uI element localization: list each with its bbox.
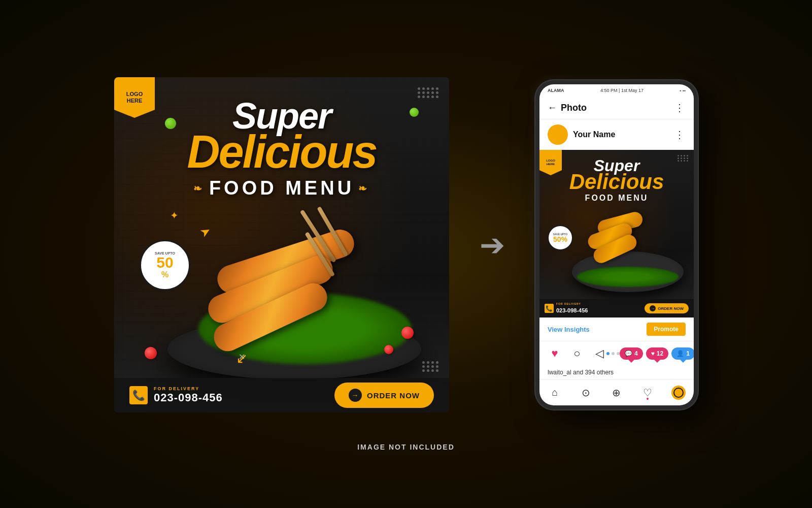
- title-delicious: Delicious: [124, 129, 439, 175]
- mini-lettuce: [577, 267, 679, 287]
- deco-star-1: ✦: [170, 209, 179, 221]
- nav-heart-icon[interactable]: ♡: [640, 386, 655, 400]
- mini-delivery: 📞 FOR DELIVERY 023-098-456: [545, 302, 588, 314]
- tomato-1: [145, 347, 157, 359]
- battery-icon: ▪▪: [683, 88, 686, 93]
- card-footer: 📞 FOR DELIVERY 023-098-456 → ORDER NOW: [114, 378, 449, 412]
- bookmark-button[interactable]: 🔖: [695, 347, 698, 360]
- photo-header: ← Photo ⋮: [539, 97, 694, 119]
- photo-title: Photo: [561, 103, 587, 113]
- comment-button[interactable]: ○: [570, 346, 584, 361]
- notification-bubbles: 💬 4 ♥ 12 👤 1: [620, 347, 695, 360]
- dot-2: [612, 352, 615, 355]
- kebab-group: [205, 247, 397, 349]
- mini-kebab-group: [582, 216, 673, 262]
- mini-order-label: ORDER NOW: [658, 306, 684, 311]
- tomato-3: [384, 345, 393, 354]
- signal-icons: ▪ ▪▪: [680, 88, 686, 93]
- nav-search-icon[interactable]: ⊙: [579, 386, 593, 400]
- user-avatar: [548, 124, 568, 145]
- nav-add-icon[interactable]: ⊕: [610, 386, 624, 400]
- order-btn-label: ORDER NOW: [367, 391, 420, 400]
- dots-decoration-top: [418, 87, 439, 98]
- mini-save-badge: SAVE UPTO 50%: [548, 225, 573, 250]
- users-count-bubble: 👤 1: [671, 347, 695, 360]
- save-percent: 50: [156, 255, 173, 270]
- insights-bar: View Insights Promote: [539, 318, 694, 341]
- save-badge: SAVE UPTO 50 %: [140, 240, 190, 291]
- mini-title-area: Super Delicious FOOD MENU: [539, 157, 694, 203]
- order-now-button[interactable]: → ORDER NOW: [334, 383, 434, 408]
- action-bar: ♥ ○ ◁ 💬 4 ♥ 12 👤 1: [539, 341, 694, 366]
- for-delivery-label: FOR DELIVERY: [154, 386, 223, 391]
- mini-order-arrow-icon: →: [650, 305, 656, 311]
- save-symbol: %: [161, 270, 168, 279]
- nav-home-icon[interactable]: ⌂: [548, 386, 562, 400]
- mini-title-delicious: Delicious: [539, 171, 694, 193]
- comment-count-bubble: 💬 4: [620, 347, 643, 360]
- delivery-text: FOR DELIVERY 023-098-456: [154, 386, 223, 404]
- mini-title-food-menu: FOOD MENU: [539, 194, 694, 203]
- nav-heart-badge: [647, 398, 649, 400]
- heart-icon-small: ♥: [651, 350, 655, 357]
- carrier-label: ALAMA: [548, 88, 564, 93]
- wifi-icon: ▪: [680, 88, 681, 93]
- user-name: Your Name: [573, 130, 674, 139]
- arrow-between: ➔: [480, 227, 505, 263]
- mini-for-delivery: FOR DELIVERY: [556, 302, 588, 305]
- time-label: 4:50 PM | 1st May 17: [600, 88, 644, 93]
- food-visual: [129, 217, 434, 379]
- food-card-left: LOGO HERE Super Delicious FOOD MENU SAVE…: [114, 77, 449, 412]
- like-button[interactable]: ♥: [548, 346, 562, 361]
- title-food-menu: FOOD MENU: [124, 177, 439, 199]
- likes-count: 12: [657, 350, 663, 357]
- bottom-label: IMAGE NOT INCLUDED: [357, 443, 455, 451]
- tomato-2: [401, 327, 414, 339]
- view-insights-link[interactable]: View Insights: [548, 326, 590, 333]
- user-icon-small: 👤: [676, 350, 684, 357]
- card-title-area: Super Delicious FOOD MENU: [114, 98, 449, 199]
- delivery-info: 📞 FOR DELIVERY 023-098-456: [129, 386, 223, 404]
- users-count: 1: [686, 350, 690, 357]
- dot-indicators: [606, 352, 620, 355]
- bottom-nav: ⌂ ⊙ ⊕ ♡: [539, 379, 694, 405]
- mini-delivery-text: FOR DELIVERY 023-098-456: [556, 302, 588, 314]
- user-menu-dots[interactable]: ⋮: [674, 129, 686, 141]
- share-button[interactable]: ◁: [592, 346, 606, 361]
- promote-button[interactable]: Promote: [647, 323, 686, 336]
- likes-bar: lwaito_al and 394 others: [539, 366, 694, 379]
- deco-cross-1: ✕: [239, 352, 245, 362]
- mini-order-btn[interactable]: → ORDER NOW: [645, 303, 689, 313]
- main-content: LOGO HERE Super Delicious FOOD MENU SAVE…: [0, 57, 812, 433]
- mini-food-visual: [572, 251, 684, 292]
- comment-count: 4: [634, 350, 638, 357]
- nav-profile-icon[interactable]: [671, 386, 686, 400]
- mini-save-percent: 50%: [553, 236, 567, 243]
- logo-line1: LOGO: [126, 91, 143, 98]
- dots-decoration-bottom: [422, 361, 439, 372]
- likes-names: lwaito_al and 394 others: [548, 369, 614, 376]
- likes-text: lwaito_al and 394 others: [548, 369, 686, 376]
- user-row: Your Name ⋮: [539, 119, 694, 150]
- comment-icon-small: 💬: [625, 350, 632, 357]
- mini-card-footer: 📞 FOR DELIVERY 023-098-456 → ORDER NOW: [539, 299, 694, 318]
- mini-phone-icon: 📞: [545, 304, 554, 313]
- dot-1: [606, 352, 610, 355]
- likes-count-bubble: ♥ 12: [646, 347, 668, 360]
- photo-menu-dots[interactable]: ⋮: [674, 102, 686, 114]
- photo-back-btn[interactable]: ← Photo: [548, 103, 587, 113]
- mini-phone-number: 023-098-456: [556, 307, 588, 313]
- mini-food-card: LOGO HERE Super Delicious FOOD MENU SAVE…: [539, 150, 694, 318]
- order-btn-arrow-icon: →: [349, 389, 362, 402]
- action-icons: ♥ ○ ◁: [548, 346, 606, 361]
- back-arrow-icon: ←: [548, 103, 557, 113]
- phone-mockup: ALAMA 4:50 PM | 1st May 17 ▪ ▪▪ ← Photo …: [535, 80, 698, 409]
- phone-icon: 📞: [129, 386, 148, 404]
- phone-number: 023-098-456: [154, 391, 223, 404]
- status-bar: ALAMA 4:50 PM | 1st May 17 ▪ ▪▪: [539, 84, 694, 97]
